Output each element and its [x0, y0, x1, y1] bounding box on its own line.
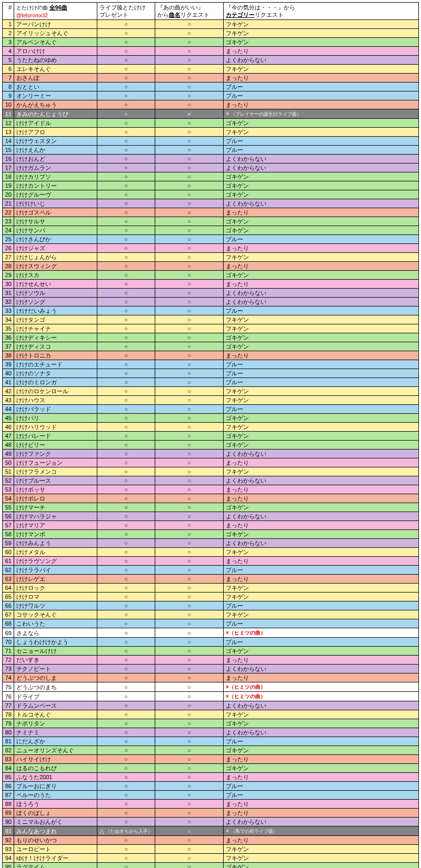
cell-song: けけカントリー [14, 181, 97, 190]
table-row: 78トルコそんぐ○○フキゲン [3, 710, 419, 719]
cell-present: ○ [97, 728, 155, 737]
cell-song: けけのミロンガ [14, 378, 97, 387]
cell-category: よくわからない [224, 56, 419, 65]
cell-request: ○ [155, 692, 224, 701]
cell-present: ○ [97, 351, 155, 360]
cell-category: フキゲン [224, 65, 419, 74]
table-row: 6エレキそんぐ○○フキゲン [3, 65, 419, 74]
cell-present: ○ [97, 253, 155, 262]
table-row: 94ゆけ！けけライダー○○フキゲン [3, 854, 419, 863]
header-category: 『今の気分は・・・』から カテゴリーリクエスト [224, 3, 419, 20]
cell-request: ○ [155, 137, 224, 146]
cell-num: 32 [3, 298, 14, 307]
cell-num: 88 [3, 800, 14, 809]
table-row: 53けけボッサ○○まったり [3, 485, 419, 494]
cell-present: ○ [97, 262, 155, 271]
table-row: 89ぼくのばしょ○○まったり [3, 809, 419, 818]
table-row: 76ドライブ○○×（ヒミツの曲） [3, 692, 419, 701]
cell-num: 82 [3, 746, 14, 755]
cell-num: 77 [3, 701, 14, 710]
cell-num: 33 [3, 307, 14, 315]
cell-num: 40 [3, 369, 14, 378]
cell-song: けけボレロ [14, 494, 97, 503]
cell-num: 4 [3, 47, 14, 56]
table-row: 92もりのせいかつ○○まったり [3, 836, 419, 845]
cell-request: ○ [155, 414, 224, 423]
cell-num: 36 [3, 333, 14, 342]
cell-request: ○ [155, 47, 224, 56]
cell-category-note: （島での初ライブ曲） [230, 829, 278, 834]
cell-present: ○ [97, 20, 155, 29]
cell-song: けけロック [14, 584, 97, 593]
cell-song: けけパリ [14, 414, 97, 423]
cell-request: ○ [155, 548, 224, 557]
cell-category: ゴキゲン [224, 342, 419, 351]
table-row: 38けけトロニカ○○まったり [3, 351, 419, 360]
cell-present: ○ [97, 181, 155, 190]
cell-present: ○ [97, 91, 155, 100]
cell-song: どうぶつのしま [14, 673, 97, 682]
cell-present: ○ [97, 100, 155, 109]
table-row: 86ブルーおにぎり○○ブルー [3, 782, 419, 791]
header-cat-l2b: リクエスト [255, 12, 284, 18]
cell-request: ○ [155, 289, 224, 298]
table-row: 28けけスウィング○○まったり [3, 262, 419, 271]
header-cat-l2a: カテゴリー [226, 12, 255, 18]
cell-present: ○ [97, 378, 155, 387]
table-row: 93ユーロビート○○フキゲン [3, 845, 419, 854]
cell-num: 72 [3, 656, 14, 665]
cell-category: ブルー [224, 405, 419, 414]
cell-song: けけラヴソング [14, 557, 97, 566]
cell-request: ○ [155, 333, 224, 342]
cell-song: けけディスコ [14, 342, 97, 351]
cell-num: 23 [3, 217, 14, 226]
table-row: 71セニョールけけ○○ゴキゲン [3, 647, 419, 656]
cell-request: ○ [155, 458, 224, 467]
cell-num: 11 [3, 109, 14, 119]
cell-request: ○ [155, 244, 224, 253]
cell-num: 48 [3, 441, 14, 450]
cell-request: ○ [155, 172, 224, 181]
cell-song: ドライブ [14, 692, 97, 701]
cell-present: ○ [97, 423, 155, 432]
cell-category: × （島での初ライブ曲） [224, 826, 419, 836]
cell-song: けけアイドル [14, 119, 97, 128]
cell-present: ○ [97, 369, 155, 378]
cell-category: フキゲン [224, 29, 419, 38]
cell-request: ○ [155, 441, 224, 450]
cell-request: × [155, 109, 224, 119]
cell-category: よくわからない [224, 199, 419, 208]
cell-category: よくわからない [224, 476, 419, 485]
cell-present: ○ [97, 503, 155, 512]
cell-song: けけサンバ [14, 226, 97, 235]
cell-num: 90 [3, 818, 14, 826]
cell-request: ○ [155, 800, 224, 809]
cell-song: ペルーのうた [14, 791, 97, 800]
cell-num: 76 [3, 692, 14, 701]
cell-category: ブルー [224, 91, 419, 100]
table-row: 74どうぶつのしま○○まったり [3, 673, 419, 682]
cell-num: 80 [3, 728, 14, 737]
cell-request: ○ [155, 503, 224, 512]
cell-request: ○ [155, 315, 224, 324]
cell-request: ○ [155, 566, 224, 575]
cell-present: ○ [97, 701, 155, 710]
cell-song: けけのエチュード [14, 360, 97, 369]
cell-request: ○ [155, 638, 224, 647]
cell-present: ○ [97, 396, 155, 405]
cell-category: ゴキゲン [224, 764, 419, 773]
cell-category: よくわからない [224, 818, 419, 826]
cell-num: 83 [3, 755, 14, 764]
cell-request: ○ [155, 836, 224, 845]
cell-request: ○ [155, 387, 224, 396]
cell-request: ○ [155, 307, 224, 315]
cell-song: アーバンけけ [14, 20, 97, 29]
cell-num: 17 [3, 164, 14, 172]
table-row: 23けけサルサ○○ゴキゲン [3, 217, 419, 226]
cell-num: 87 [3, 791, 14, 800]
cell-num: 51 [3, 467, 14, 476]
cell-num: 15 [3, 146, 14, 155]
cell-num: 43 [3, 396, 14, 405]
cell-num: 38 [3, 351, 14, 360]
cell-request: ○ [155, 682, 224, 692]
